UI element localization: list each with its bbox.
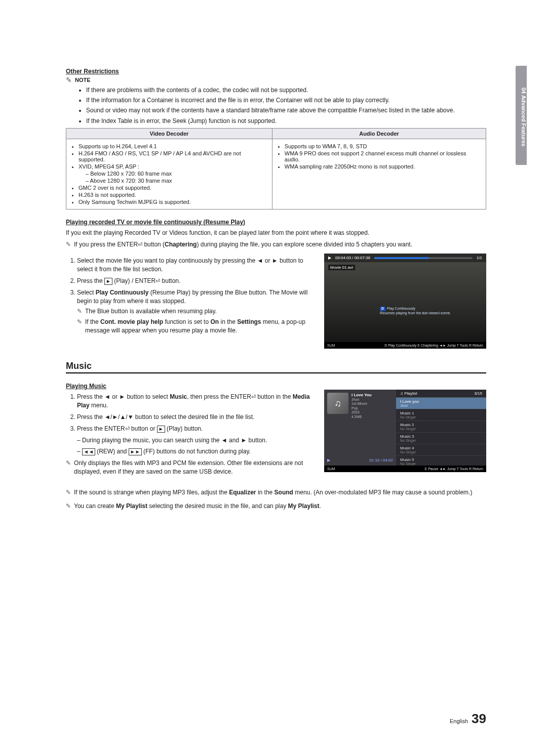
t: Settings [237,318,261,325]
t: Select [77,289,96,296]
tip-body: Resumes playing from the last viewed sce… [380,311,451,315]
list-item: Supports up to WMA 7, 8, 9, STD [285,143,481,149]
t: Sound [275,489,293,496]
t: My Playlist [288,502,319,510]
t: Music 4 [400,446,414,450]
list-item: During playing the music, you can search… [77,436,314,445]
t: My Playlist [116,502,147,510]
enter-icon: ⏎ [155,277,160,285]
resume-heading: Playing recorded TV or movie file contin… [66,219,486,226]
list-item: If the information for a Container is in… [86,96,486,104]
genre: Pop [351,406,372,410]
t: button or [130,425,157,432]
page-content: Other Restrictions ✎ NOTE If there are p… [0,0,547,545]
play-icon: ▶ [327,458,330,463]
resume-steps: Select the movie file you want to play c… [68,257,314,334]
note-icon: ✎ [77,307,82,316]
list-item: Music 1No Singer [396,409,486,421]
list-item: Music 3No Singer [396,433,486,444]
t: I Love you [400,399,419,404]
now-playing-artist: Jhon [351,398,372,402]
resume-intro: If you exit the playing Recorded TV or V… [66,229,486,237]
tooltip: DPlay Continuously Resumes playing from … [380,307,461,315]
list-item: H.264 FMO / ASO / RS, VC1 SP / MP / AP L… [79,150,267,162]
text: XVID, MPEG4 SP, ASP : [79,163,139,170]
list-item: XVID, MPEG4 SP, ASP : Below 1280 x 720: … [79,163,267,184]
s: No Singer [400,415,482,419]
t: You can create My Playlist selecting the… [74,502,321,511]
t: If the sound is strange when playing MP3… [74,488,472,497]
enter-icon: ⏎ [138,241,142,248]
step: Press the ► (Play) / ENTER⏎ button. [77,277,314,285]
note-label: NOTE [75,77,91,83]
step: Select Play Continuously (Resume Play) b… [77,288,314,335]
t: button. [160,277,180,284]
size: 4.2MB [351,415,372,419]
playlist: I Love youJhon Music 1No Singer Music 2N… [396,398,486,466]
enter-icon: ⏎ [125,425,130,433]
t: Cont. movie play help [100,318,163,325]
t: Music 2 [400,423,414,427]
s: No Singer [400,439,482,442]
note-icon: ✎ [66,459,71,476]
video-player-screenshot: ▶ 00:04:03 / 00:07:38 1/1 Movie 01.avi D… [324,254,486,349]
t: , then press the ENTER [187,393,251,400]
td-audio: Supports up to WMA 7, 8, 9, STD WMA 9 PR… [272,139,486,209]
s: No Singer [400,450,482,454]
t: Chaptering [165,241,197,248]
resume-note: ✎ If you press the ENTER⏎ button (Chapte… [66,240,486,249]
t: in the [219,318,237,325]
hint-bar: E Pause ◄► Jump T Tools R Return [425,467,483,471]
enter-icon: ⏎ [251,393,256,401]
list-item: Only Samsung Techwin MJPEG is supported. [79,199,267,205]
page-number: 39 [472,711,486,726]
count: 3/15 [474,391,482,396]
list-item: H.263 is not supported. [79,192,267,198]
list-item: GMC 2 over is not supported. [79,185,267,191]
list-item: Music 2No Singer [396,421,486,433]
t: Music 1 [400,411,414,415]
t: (Play) / ENTER [112,277,155,284]
sum-label: SUM [327,344,335,347]
rew-icon: ◄◄ [82,448,95,455]
note-icon: ✎ [77,318,82,335]
lang-label: English [450,718,468,724]
s: No Singer [400,462,482,466]
time-display: 00:04:03 / 00:07:38 [335,256,370,260]
list-item: Above 1280 x 720: 30 frame max [86,178,267,184]
t: menu. [90,402,108,409]
play-icon: ▶ [328,256,331,260]
ff-icon: ►► [129,448,142,455]
t: (Play) button. [165,425,203,432]
playing-music-heading: Playing Music [66,383,486,390]
year: 2010 [351,410,372,414]
s: Jhon [400,404,482,407]
t: Play Continuously [96,289,149,296]
note-icon: ✎ [66,76,72,84]
t: Music 5 [400,457,414,462]
play-icon: ► [157,426,165,433]
sum-label: SUM [327,467,335,471]
t: Equalizer [229,489,256,496]
music-heading: Music [66,361,486,373]
list-item: Supports up to H.264, Level 4.1 [79,143,267,149]
t: If the sound is strange when playing MP3… [74,489,229,496]
t: Press the ◄ or ► button to select [77,393,170,400]
album-art-icon: ♫ [327,393,348,414]
t: If you press the ENTER [74,241,138,248]
d-badge: D [380,307,385,311]
text: If you press the ENTER⏎ button (Chapteri… [74,240,412,249]
music-player-screenshot: ♫ I Love You Jhon 1st Album Pop 2010 4.2… [324,390,486,472]
step: Press the ENTER⏎ button or ► (Play) butt… [77,425,314,456]
album: 1st Album [351,402,372,406]
playlist-label: ♫ Playlist [400,391,417,396]
progress-bar [374,257,473,259]
list-item: If the Index Table is in error, the Seek… [86,117,486,125]
restrictions-list: If there are problems with the contents … [86,86,486,125]
list-item: Music 4No Singer [396,444,486,456]
page-footer: English 39 [450,711,486,727]
note-icon: ✎ [66,502,71,511]
music-steps: Press the ◄ or ► button to select Music,… [68,393,314,456]
t: (REW) and [95,448,129,455]
s: No Singer [400,427,482,431]
